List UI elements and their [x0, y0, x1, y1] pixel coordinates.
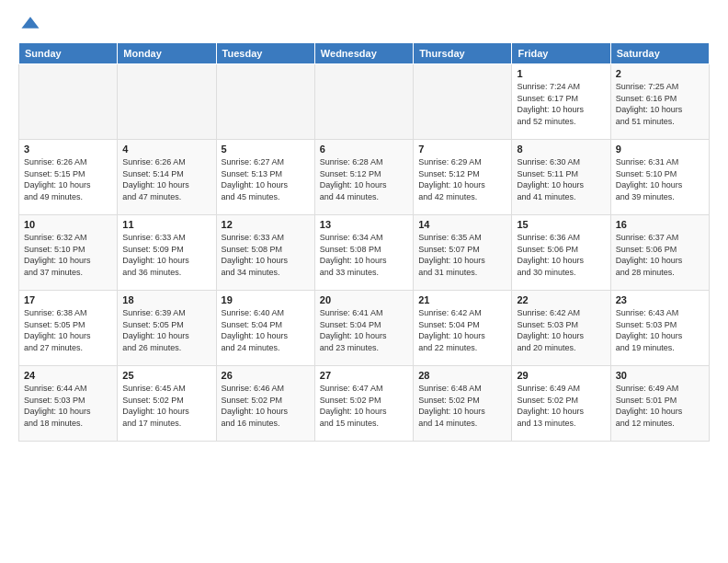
- day-info: Sunrise: 6:35 AM Sunset: 5:07 PM Dayligh…: [418, 232, 506, 278]
- day-number: 11: [122, 219, 210, 230]
- calendar-cell: 6Sunrise: 6:28 AM Sunset: 5:12 PM Daylig…: [314, 140, 413, 215]
- day-info: Sunrise: 6:47 AM Sunset: 5:02 PM Dayligh…: [320, 383, 408, 429]
- day-info: Sunrise: 6:46 AM Sunset: 5:02 PM Dayligh…: [222, 383, 310, 429]
- svg-marker-0: [21, 17, 39, 28]
- day-info: Sunrise: 6:27 AM Sunset: 5:13 PM Dayligh…: [222, 156, 310, 202]
- day-number: 9: [616, 144, 704, 155]
- calendar-cell: 18Sunrise: 6:39 AM Sunset: 5:05 PM Dayli…: [118, 291, 216, 366]
- weekday-header-tuesday: Tuesday: [216, 43, 314, 64]
- day-number: 3: [24, 144, 112, 155]
- day-info: Sunrise: 7:25 AM Sunset: 6:16 PM Dayligh…: [616, 81, 704, 127]
- day-number: 27: [320, 370, 408, 381]
- day-number: 21: [418, 294, 506, 305]
- calendar-cell: 7Sunrise: 6:29 AM Sunset: 5:12 PM Daylig…: [414, 140, 512, 215]
- logo-icon: [20, 15, 40, 35]
- calendar-cell: [216, 64, 314, 140]
- calendar-cell: 24Sunrise: 6:44 AM Sunset: 5:03 PM Dayli…: [19, 366, 118, 442]
- day-info: Sunrise: 6:31 AM Sunset: 5:10 PM Dayligh…: [616, 156, 704, 202]
- calendar-cell: [414, 64, 512, 140]
- calendar-cell: 22Sunrise: 6:42 AM Sunset: 5:03 PM Dayli…: [512, 291, 610, 366]
- weekday-header-sunday: Sunday: [19, 43, 118, 64]
- page: SundayMondayTuesdayWednesdayThursdayFrid…: [0, 0, 728, 451]
- day-info: Sunrise: 6:45 AM Sunset: 5:02 PM Dayligh…: [122, 383, 210, 429]
- day-info: Sunrise: 6:38 AM Sunset: 5:05 PM Dayligh…: [24, 307, 112, 353]
- calendar-cell: 30Sunrise: 6:49 AM Sunset: 5:01 PM Dayli…: [610, 366, 709, 442]
- calendar-cell: 5Sunrise: 6:27 AM Sunset: 5:13 PM Daylig…: [216, 140, 314, 215]
- weekday-header-saturday: Saturday: [610, 43, 709, 64]
- calendar-cell: 3Sunrise: 6:26 AM Sunset: 5:15 PM Daylig…: [19, 140, 118, 215]
- day-info: Sunrise: 6:33 AM Sunset: 5:08 PM Dayligh…: [222, 232, 310, 278]
- calendar-cell: 28Sunrise: 6:48 AM Sunset: 5:02 PM Dayli…: [414, 366, 512, 442]
- day-number: 26: [222, 370, 310, 381]
- day-number: 17: [24, 294, 112, 305]
- day-info: Sunrise: 6:43 AM Sunset: 5:03 PM Dayligh…: [616, 307, 704, 353]
- day-info: Sunrise: 6:39 AM Sunset: 5:05 PM Dayligh…: [122, 307, 210, 353]
- calendar-cell: 8Sunrise: 6:30 AM Sunset: 5:11 PM Daylig…: [512, 140, 610, 215]
- day-number: 28: [418, 370, 506, 381]
- calendar-cell: [314, 64, 413, 140]
- calendar-cell: [118, 64, 216, 140]
- calendar-cell: 11Sunrise: 6:33 AM Sunset: 5:09 PM Dayli…: [118, 215, 216, 291]
- day-info: Sunrise: 6:26 AM Sunset: 5:15 PM Dayligh…: [24, 156, 112, 202]
- day-info: Sunrise: 6:36 AM Sunset: 5:06 PM Dayligh…: [517, 232, 605, 278]
- day-number: 30: [616, 370, 704, 381]
- day-info: Sunrise: 6:34 AM Sunset: 5:08 PM Dayligh…: [320, 232, 408, 278]
- day-number: 29: [517, 370, 605, 381]
- day-number: 18: [122, 294, 210, 305]
- calendar-cell: 9Sunrise: 6:31 AM Sunset: 5:10 PM Daylig…: [610, 140, 709, 215]
- weekday-header-row: SundayMondayTuesdayWednesdayThursdayFrid…: [19, 43, 710, 64]
- calendar-cell: 10Sunrise: 6:32 AM Sunset: 5:10 PM Dayli…: [19, 215, 118, 291]
- day-number: 6: [320, 144, 408, 155]
- day-info: Sunrise: 6:42 AM Sunset: 5:04 PM Dayligh…: [418, 307, 506, 353]
- weekday-header-friday: Friday: [512, 43, 610, 64]
- day-number: 24: [24, 370, 112, 381]
- week-row-3: 17Sunrise: 6:38 AM Sunset: 5:05 PM Dayli…: [19, 291, 710, 366]
- day-number: 7: [418, 144, 506, 155]
- calendar-cell: 29Sunrise: 6:49 AM Sunset: 5:02 PM Dayli…: [512, 366, 610, 442]
- calendar-cell: 25Sunrise: 6:45 AM Sunset: 5:02 PM Dayli…: [118, 366, 216, 442]
- day-info: Sunrise: 6:37 AM Sunset: 5:06 PM Dayligh…: [616, 232, 704, 278]
- day-info: Sunrise: 6:32 AM Sunset: 5:10 PM Dayligh…: [24, 232, 112, 278]
- day-info: Sunrise: 6:28 AM Sunset: 5:12 PM Dayligh…: [320, 156, 408, 202]
- day-info: Sunrise: 6:48 AM Sunset: 5:02 PM Dayligh…: [418, 383, 506, 429]
- day-info: Sunrise: 6:40 AM Sunset: 5:04 PM Dayligh…: [222, 307, 310, 353]
- day-number: 22: [517, 294, 605, 305]
- day-number: 20: [320, 294, 408, 305]
- calendar-cell: 12Sunrise: 6:33 AM Sunset: 5:08 PM Dayli…: [216, 215, 314, 291]
- calendar-cell: 20Sunrise: 6:41 AM Sunset: 5:04 PM Dayli…: [314, 291, 413, 366]
- calendar-cell: 13Sunrise: 6:34 AM Sunset: 5:08 PM Dayli…: [314, 215, 413, 291]
- calendar-cell: 23Sunrise: 6:43 AM Sunset: 5:03 PM Dayli…: [610, 291, 709, 366]
- calendar-cell: 27Sunrise: 6:47 AM Sunset: 5:02 PM Dayli…: [314, 366, 413, 442]
- day-info: Sunrise: 6:42 AM Sunset: 5:03 PM Dayligh…: [517, 307, 605, 353]
- day-number: 1: [517, 68, 605, 79]
- day-info: Sunrise: 6:30 AM Sunset: 5:11 PM Dayligh…: [517, 156, 605, 202]
- calendar-cell: 17Sunrise: 6:38 AM Sunset: 5:05 PM Dayli…: [19, 291, 118, 366]
- day-info: Sunrise: 6:49 AM Sunset: 5:01 PM Dayligh…: [616, 383, 704, 429]
- weekday-header-wednesday: Wednesday: [314, 43, 413, 64]
- day-number: 12: [222, 219, 310, 230]
- day-number: 25: [122, 370, 210, 381]
- day-info: Sunrise: 6:33 AM Sunset: 5:09 PM Dayligh…: [122, 232, 210, 278]
- day-number: 10: [24, 219, 112, 230]
- day-info: Sunrise: 6:26 AM Sunset: 5:14 PM Dayligh…: [122, 156, 210, 202]
- calendar-cell: 15Sunrise: 6:36 AM Sunset: 5:06 PM Dayli…: [512, 215, 610, 291]
- calendar-cell: 4Sunrise: 6:26 AM Sunset: 5:14 PM Daylig…: [118, 140, 216, 215]
- header: [18, 15, 710, 35]
- calendar-cell: 16Sunrise: 6:37 AM Sunset: 5:06 PM Dayli…: [610, 215, 709, 291]
- day-number: 15: [517, 219, 605, 230]
- day-number: 19: [222, 294, 310, 305]
- calendar-table: SundayMondayTuesdayWednesdayThursdayFrid…: [18, 42, 710, 442]
- day-info: Sunrise: 6:41 AM Sunset: 5:04 PM Dayligh…: [320, 307, 408, 353]
- day-info: Sunrise: 6:49 AM Sunset: 5:02 PM Dayligh…: [517, 383, 605, 429]
- day-number: 8: [517, 144, 605, 155]
- logo: [18, 15, 40, 35]
- calendar-cell: [19, 64, 118, 140]
- weekday-header-thursday: Thursday: [414, 43, 512, 64]
- weekday-header-monday: Monday: [118, 43, 216, 64]
- calendar-cell: 14Sunrise: 6:35 AM Sunset: 5:07 PM Dayli…: [414, 215, 512, 291]
- day-number: 4: [122, 144, 210, 155]
- week-row-1: 3Sunrise: 6:26 AM Sunset: 5:15 PM Daylig…: [19, 140, 710, 215]
- day-info: Sunrise: 6:29 AM Sunset: 5:12 PM Dayligh…: [418, 156, 506, 202]
- week-row-4: 24Sunrise: 6:44 AM Sunset: 5:03 PM Dayli…: [19, 366, 710, 442]
- week-row-0: 1Sunrise: 7:24 AM Sunset: 6:17 PM Daylig…: [19, 64, 710, 140]
